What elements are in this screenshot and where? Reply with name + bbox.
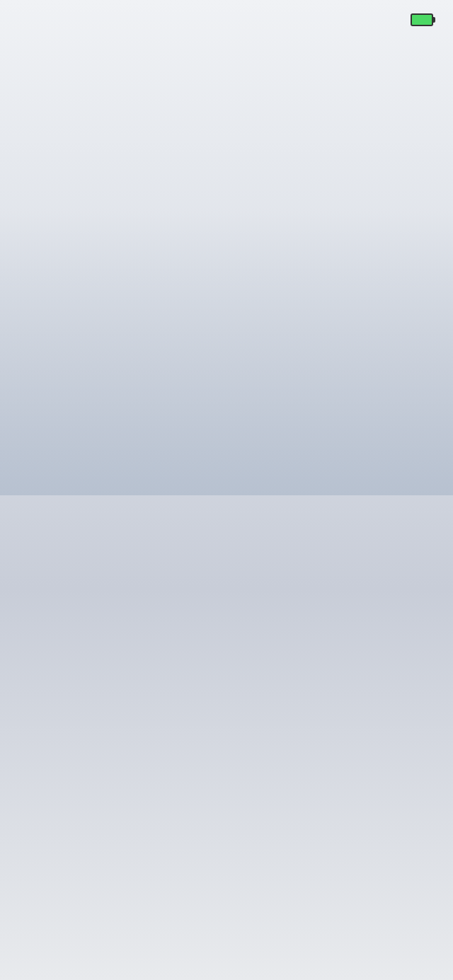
battery-fill [413, 16, 431, 24]
mountain-bg [0, 212, 453, 495]
battery-icon [411, 13, 433, 26]
app-container: 5:28 [0, 0, 453, 980]
